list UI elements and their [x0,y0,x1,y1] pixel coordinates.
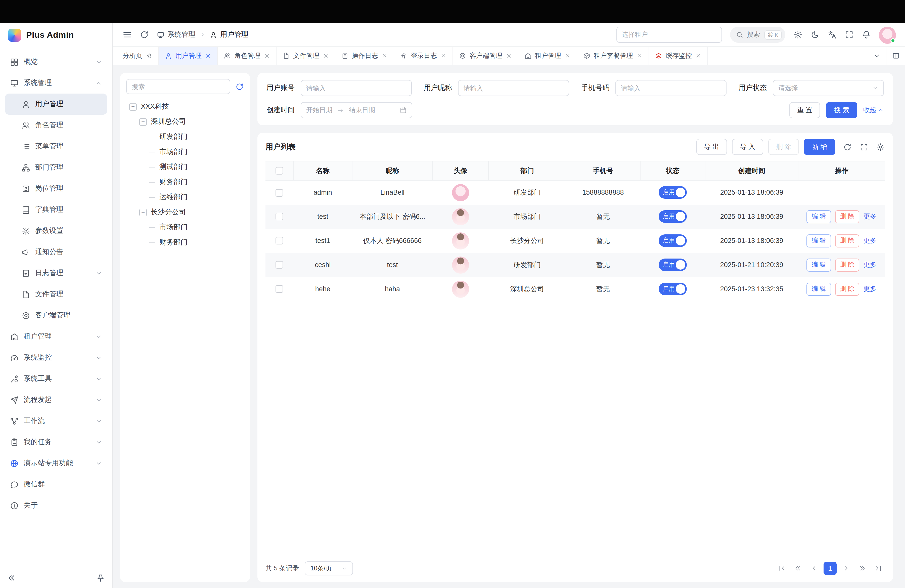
row-checkbox[interactable] [276,189,283,196]
tree-node[interactable]: 市场部门 [126,220,244,235]
edit-button[interactable]: 编 辑 [807,210,831,223]
sidebar-item[interactable]: 系统监控 [5,347,107,368]
reset-button[interactable]: 重 置 [789,102,820,118]
import-button[interactable]: 导 入 [732,139,763,155]
tab-list-dropdown-button[interactable] [867,47,886,65]
tree-collapse-icon[interactable]: − [129,103,137,110]
sidebar-item[interactable]: 流程发起 [5,389,107,410]
tree-collapse-icon[interactable]: − [139,118,147,126]
dept-search-input[interactable] [126,79,230,94]
next-page-button[interactable] [840,562,853,575]
prev-page-button[interactable] [807,562,821,575]
edit-button[interactable]: 编 辑 [807,234,831,247]
close-tab-icon[interactable] [565,53,571,59]
select-all-checkbox[interactable] [276,167,283,175]
row-delete-button[interactable]: 删 除 [835,210,859,223]
sidebar-item[interactable]: 演示站专用功能 [5,453,107,474]
refresh-page-button[interactable] [140,30,149,39]
user-row[interactable]: test本部门及以下 密码6...市场部门暂无启用2025-01-13 18:0… [265,205,885,229]
nickname-input[interactable] [458,80,569,96]
tab-item[interactable]: 登录日志 [394,47,453,65]
close-tab-icon[interactable] [440,53,446,59]
status-select[interactable]: 请选择 [773,80,884,96]
row-checkbox[interactable] [276,237,283,245]
sidebar-item[interactable]: 工作流 [5,410,107,432]
sidebar-item[interactable]: 字典管理 [5,199,107,220]
table-settings-button[interactable] [876,143,885,151]
tree-node[interactable]: 财务部门 [126,175,244,190]
add-user-button[interactable]: 新 增 [804,139,835,155]
tree-node[interactable]: 测试部门 [126,159,244,175]
prev-jump-button[interactable] [791,562,805,575]
row-delete-button[interactable]: 删 除 [835,234,859,247]
collapse-filter-link[interactable]: 收起 [863,106,884,115]
page-size-select[interactable]: 10条/页 [305,561,353,575]
tab-item[interactable]: 用户管理 [159,47,218,65]
close-tab-icon[interactable] [506,53,512,59]
tab-item[interactable]: 操作日志 [335,47,394,65]
status-switch[interactable]: 启用 [659,234,687,247]
tab-item[interactable]: 客户端管理 [453,47,518,65]
bulk-delete-button[interactable]: 删 除 [768,139,799,155]
sidebar-item[interactable]: 系统工具 [5,368,107,389]
fullscreen-button[interactable] [845,30,854,39]
close-tab-icon[interactable] [264,53,270,59]
phone-input[interactable] [615,80,727,96]
sidebar-item[interactable]: 微信群 [5,474,107,495]
tree-node[interactable]: 财务部门 [126,235,244,250]
sidebar-item[interactable]: 用户管理 [5,94,107,115]
pin-sidebar-button[interactable] [96,573,105,582]
sidebar-item[interactable]: 部门管理 [5,157,107,178]
status-switch[interactable]: 启用 [659,259,687,271]
row-delete-button[interactable]: 删 除 [835,258,859,271]
status-switch[interactable]: 启用 [659,186,687,199]
status-switch[interactable]: 启用 [659,283,687,295]
row-checkbox[interactable] [276,213,283,221]
sidebar-item[interactable]: 概览 [5,51,107,72]
user-row[interactable]: test1仅本人 密码666666长沙分公司暂无启用2025-01-13 18:… [265,229,885,253]
tab-item[interactable]: 租户套餐管理 [577,47,649,65]
tab-item[interactable]: 角色管理 [218,47,276,65]
tree-node[interactable]: −XXX科技 [126,99,244,114]
sidebar-item[interactable]: 参数设置 [5,220,107,242]
first-page-button[interactable] [775,562,788,575]
next-jump-button[interactable] [856,562,869,575]
close-tab-icon[interactable] [323,53,329,59]
refresh-tree-button[interactable] [235,82,244,91]
global-search[interactable]: 搜索 ⌘ K [730,27,785,43]
tree-node[interactable]: 研发部门 [126,129,244,145]
tab-item[interactable]: 分析页 [117,47,159,65]
tree-node[interactable]: −深圳总公司 [126,114,244,129]
theme-toggle-button[interactable] [810,30,819,39]
close-tab-icon[interactable] [205,53,211,59]
more-button[interactable]: 更多 [863,212,876,220]
sidebar-item[interactable]: 菜单管理 [5,136,107,157]
settings-button[interactable] [793,30,802,39]
close-tab-icon[interactable] [382,53,387,59]
sidebar-item[interactable]: 我的任务 [5,432,107,453]
search-button[interactable]: 搜 索 [826,102,857,118]
sidebar-item[interactable]: 关于 [5,495,107,516]
edit-button[interactable]: 编 辑 [807,283,831,296]
close-tab-icon[interactable] [695,53,701,59]
user-row[interactable]: hehehaha深圳总公司暂无启用2025-01-23 13:32:35编 辑删… [265,277,885,301]
export-button[interactable]: 导 出 [696,139,727,155]
tree-node[interactable]: 运维部门 [126,190,244,205]
sidebar-item[interactable]: 系统管理 [5,72,107,94]
refresh-table-button[interactable] [843,143,852,151]
user-row[interactable]: adminLinaBell研发部门15888888888启用2025-01-13… [265,180,885,205]
more-button[interactable]: 更多 [863,261,876,268]
close-tab-icon[interactable] [637,53,643,59]
row-checkbox[interactable] [276,286,283,293]
fullscreen-table-button[interactable] [860,143,868,151]
sidebar-item[interactable]: 文件管理 [5,284,107,305]
page-1-button[interactable]: 1 [824,562,837,575]
tab-item[interactable]: 缓存监控 [649,47,708,65]
status-switch[interactable]: 启用 [659,210,687,223]
tab-item[interactable]: 租户管理 [518,47,577,65]
tenant-select[interactable]: 选择租户 [616,27,722,43]
sidebar-item[interactable]: 租户管理 [5,326,107,347]
more-button[interactable]: 更多 [863,285,876,292]
row-delete-button[interactable]: 删 除 [835,283,859,296]
tab-item[interactable]: 文件管理 [276,47,335,65]
